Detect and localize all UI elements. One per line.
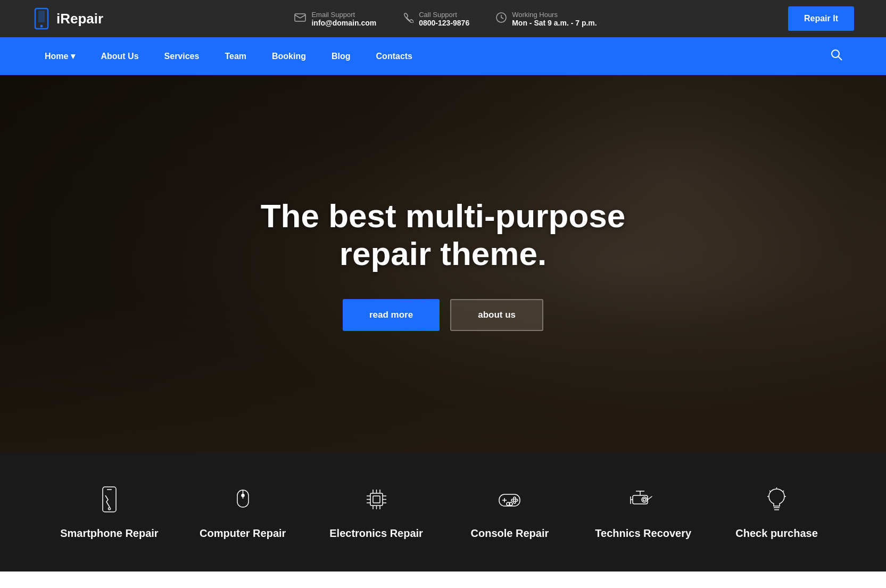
read-more-button[interactable]: read more xyxy=(343,299,440,331)
svg-point-2 xyxy=(40,25,43,28)
navbar: Home ▾ About Us Services Team Booking Bl… xyxy=(0,37,886,75)
call-label: Call Support xyxy=(419,11,469,19)
svg-point-12 xyxy=(242,494,244,497)
computer-repair-label: Computer Repair xyxy=(200,527,286,540)
check-purchase-label: Check purchase xyxy=(735,527,818,540)
nav-item-home[interactable]: Home ▾ xyxy=(32,39,88,73)
email-icon xyxy=(294,13,306,24)
svg-point-9 xyxy=(108,508,110,510)
smartphone-icon xyxy=(92,482,127,517)
svg-point-31 xyxy=(516,499,518,501)
svg-point-33 xyxy=(514,501,516,503)
nav-item-services[interactable]: Services xyxy=(152,40,212,73)
service-computer[interactable]: Computer Repair xyxy=(176,482,310,540)
svg-point-38 xyxy=(643,499,646,501)
computer-icon xyxy=(226,482,260,517)
search-icon[interactable] xyxy=(819,37,854,75)
service-check-purchase[interactable]: Check purchase xyxy=(710,482,843,540)
lightbulb-icon xyxy=(759,482,794,517)
top-bar: iRepair Email Support info@domain.com xyxy=(0,0,886,37)
svg-rect-3 xyxy=(295,14,305,21)
hero-section: The best multi-purpose repair theme. rea… xyxy=(0,75,886,453)
svg-line-6 xyxy=(838,56,842,60)
electronics-repair-label: Electronics Repair xyxy=(329,527,423,540)
hours-value: Mon - Sat 9 a.m. - 7 p.m. xyxy=(512,19,597,27)
top-info: Email Support info@domain.com Call Suppo… xyxy=(294,11,597,27)
nav-item-contacts[interactable]: Contacts xyxy=(363,40,425,73)
chip-icon xyxy=(359,482,394,517)
logo-text: iRepair xyxy=(56,11,103,27)
nav-item-blog[interactable]: Blog xyxy=(319,40,363,73)
smartphone-repair-label: Smartphone Repair xyxy=(60,527,158,540)
svg-rect-13 xyxy=(370,493,383,506)
call-value: 0800-123-9876 xyxy=(419,19,469,27)
hero-content: The best multi-purpose repair theme. rea… xyxy=(217,197,669,332)
service-console[interactable]: Console Repair xyxy=(443,482,576,540)
nav-item-about[interactable]: About Us xyxy=(88,40,151,73)
svg-rect-26 xyxy=(373,496,380,503)
repair-button[interactable]: Repair It xyxy=(788,6,854,31)
hours-info: Working Hours Mon - Sat 9 a.m. - 7 p.m. xyxy=(496,11,597,27)
svg-line-48 xyxy=(769,491,771,492)
nav-item-booking[interactable]: Booking xyxy=(259,40,319,73)
nav-item-team[interactable]: Team xyxy=(212,40,259,73)
technics-recovery-label: Technics Recovery xyxy=(595,527,691,540)
email-value: info@domain.com xyxy=(311,19,376,27)
svg-point-5 xyxy=(832,50,839,57)
clock-icon xyxy=(496,12,507,26)
about-us-button[interactable]: about us xyxy=(450,299,543,331)
call-info: Call Support 0800-123-9876 xyxy=(403,11,469,27)
logo-icon xyxy=(32,7,51,30)
hero-buttons: read more about us xyxy=(217,299,669,331)
camera-security-icon xyxy=(626,482,660,517)
nav-links: Home ▾ About Us Services Team Booking Bl… xyxy=(32,39,425,73)
svg-rect-7 xyxy=(103,487,116,512)
services-bar: Smartphone Repair Computer Repair xyxy=(0,453,886,572)
svg-rect-1 xyxy=(38,11,45,22)
service-technics[interactable]: Technics Recovery xyxy=(576,482,710,540)
svg-line-49 xyxy=(783,491,784,492)
console-repair-label: Console Repair xyxy=(471,527,549,540)
service-electronics[interactable]: Electronics Repair xyxy=(310,482,443,540)
chevron-down-icon: ▾ xyxy=(71,51,75,61)
svg-point-37 xyxy=(642,497,647,502)
svg-point-30 xyxy=(514,497,516,499)
hero-title: The best multi-purpose repair theme. xyxy=(217,197,669,273)
gamepad-icon xyxy=(492,482,527,517)
email-info: Email Support info@domain.com xyxy=(294,11,376,27)
hours-label: Working Hours xyxy=(512,11,597,19)
phone-icon xyxy=(403,12,413,26)
email-label: Email Support xyxy=(311,11,376,19)
svg-point-32 xyxy=(511,499,514,501)
service-smartphone[interactable]: Smartphone Repair xyxy=(43,482,176,540)
logo: iRepair xyxy=(32,7,103,30)
